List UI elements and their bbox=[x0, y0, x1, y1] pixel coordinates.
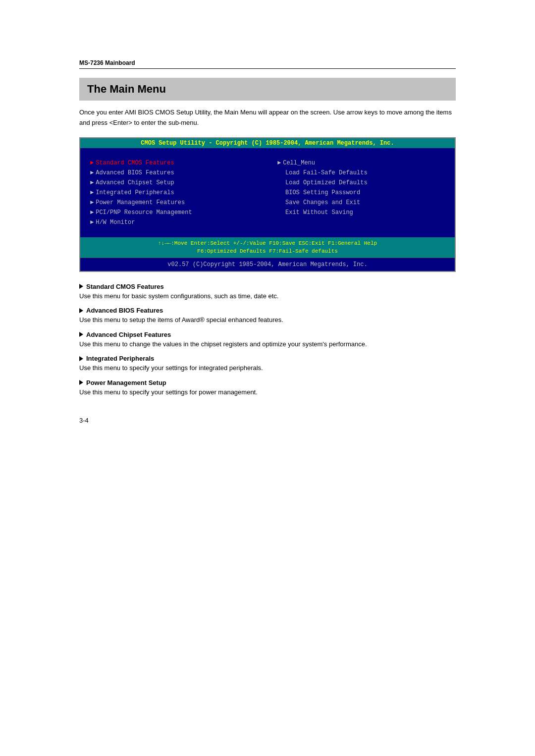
section-title-bar: The Main Menu bbox=[79, 78, 456, 101]
bios-item-hw-monitor[interactable]: ► H/W Monitor bbox=[90, 217, 258, 227]
arrow-icon-hw: ► bbox=[90, 219, 94, 226]
bios-item-exit-nosave[interactable]: Exit Without Saving bbox=[277, 208, 445, 217]
bios-item-label-pci: PCI/PNP Resource Management bbox=[96, 209, 192, 216]
arrow-icon-pci: ► bbox=[90, 209, 94, 216]
desc-text-chipset: Use this menu to change the values in th… bbox=[79, 339, 456, 349]
desc-title-chipset: Advanced Chipset Features bbox=[79, 331, 456, 338]
bios-item-fail-safe[interactable]: Load Fail-Safe Defaults bbox=[277, 168, 445, 178]
desc-text-power: Use this menu to specify your settings f… bbox=[79, 387, 456, 397]
bios-item-label-optimized: Load Optimized Defaults bbox=[285, 179, 368, 186]
bios-item-save-exit[interactable]: Save Changes and Exit bbox=[277, 198, 445, 208]
bios-item-power[interactable]: ► Power Management Features bbox=[90, 198, 258, 208]
desc-standard-cmos: Standard CMOS Features Use this menu for… bbox=[79, 283, 456, 301]
desc-text-adv-bios: Use this menu to setup the items of Awar… bbox=[79, 315, 456, 325]
bios-item-label-power: Power Management Features bbox=[96, 199, 185, 206]
bios-version-bar: v02.57 (C)Copyright 1985-2004, American … bbox=[80, 258, 455, 271]
bios-item-advanced-bios[interactable]: ► Advanced BIOS Features bbox=[90, 168, 258, 178]
page-title: The Main Menu bbox=[87, 83, 448, 96]
bios-item-label-adv-bios: Advanced BIOS Features bbox=[96, 169, 174, 176]
desc-title-adv-bios: Advanced BIOS Features bbox=[79, 307, 456, 314]
bios-title-bar: CMOS Setup Utility - Copyright (C) 1985-… bbox=[80, 138, 455, 148]
bios-item-label-fail-safe: Load Fail-Safe Defaults bbox=[285, 169, 368, 176]
desc-title-integrated: Integrated Peripherals bbox=[79, 355, 456, 362]
bios-item-label-exit-nosave: Exit Without Saving bbox=[285, 209, 353, 216]
bios-item-advanced-chipset[interactable]: ► Advanced Chipset Setup bbox=[90, 178, 258, 188]
bios-item-label-cell: Cell_Menu bbox=[283, 160, 315, 166]
bios-footer-line2: F6:Optimized Defaults F7:Fail-Safe defau… bbox=[84, 247, 451, 256]
bios-right-menu: ► Cell_Menu Load Fail-Safe Defaults Load… bbox=[268, 154, 445, 231]
desc-text-integrated: Use this menu to specify your settings f… bbox=[79, 363, 456, 373]
tri-icon-standard bbox=[79, 284, 83, 289]
bios-footer: ↑↓→←:Move Enter:Select +/-/:Value F10:Sa… bbox=[80, 237, 455, 258]
tri-icon-integrated bbox=[79, 356, 83, 361]
bios-item-bios-password[interactable]: BIOS Setting Password bbox=[277, 188, 445, 198]
desc-advanced-chipset: Advanced Chipset Features Use this menu … bbox=[79, 331, 456, 349]
arrow-icon-adv-bios: ► bbox=[90, 169, 94, 176]
desc-integrated: Integrated Peripherals Use this menu to … bbox=[79, 355, 456, 373]
bios-footer-line1: ↑↓→←:Move Enter:Select +/-/:Value F10:Sa… bbox=[84, 239, 451, 248]
desc-advanced-bios: Advanced BIOS Features Use this menu to … bbox=[79, 307, 456, 325]
desc-power: Power Management Setup Use this menu to … bbox=[79, 379, 456, 397]
bios-item-integrated[interactable]: ► Integrated Peripherals bbox=[90, 188, 258, 198]
bios-item-label-hw: H/W Monitor bbox=[96, 219, 135, 226]
bios-item-label-save-exit: Save Changes and Exit bbox=[285, 199, 360, 206]
bios-item-label-integrated: Integrated Peripherals bbox=[96, 189, 174, 196]
bios-item-label-standard: Standard CMOS Features bbox=[96, 160, 174, 166]
bios-item-cell-menu[interactable]: ► Cell_Menu bbox=[277, 158, 445, 168]
page-number: 3-4 bbox=[79, 417, 456, 424]
tri-icon-adv-bios bbox=[79, 308, 83, 313]
arrow-icon-cell: ► bbox=[277, 160, 281, 166]
arrow-icon-integrated: ► bbox=[90, 189, 94, 196]
desc-title-power: Power Management Setup bbox=[79, 379, 456, 386]
bios-item-label-chipset: Advanced Chipset Setup bbox=[96, 179, 174, 186]
arrow-icon-power: ► bbox=[90, 199, 94, 206]
tri-icon-power bbox=[79, 380, 83, 385]
bios-left-menu: ► Standard CMOS Features ► Advanced BIOS… bbox=[90, 154, 268, 231]
arrow-icon-chipset: ► bbox=[90, 179, 94, 186]
desc-text-standard: Use this menu for basic system configura… bbox=[79, 291, 456, 301]
tri-icon-chipset bbox=[79, 332, 83, 337]
desc-title-standard: Standard CMOS Features bbox=[79, 283, 456, 290]
bios-item-pci[interactable]: ► PCI/PNP Resource Management bbox=[90, 208, 258, 217]
intro-text: Once you enter AMI BIOS CMOS Setup Utili… bbox=[79, 108, 456, 128]
bios-item-label-password: BIOS Setting Password bbox=[285, 189, 360, 196]
header-label: MS-7236 Mainboard bbox=[79, 59, 456, 69]
bios-item-standard-cmos[interactable]: ► Standard CMOS Features bbox=[90, 158, 258, 168]
bios-item-optimized[interactable]: Load Optimized Defaults bbox=[277, 178, 445, 188]
arrow-icon-standard: ► bbox=[90, 160, 94, 166]
bios-screen: CMOS Setup Utility - Copyright (C) 1985-… bbox=[79, 137, 456, 272]
